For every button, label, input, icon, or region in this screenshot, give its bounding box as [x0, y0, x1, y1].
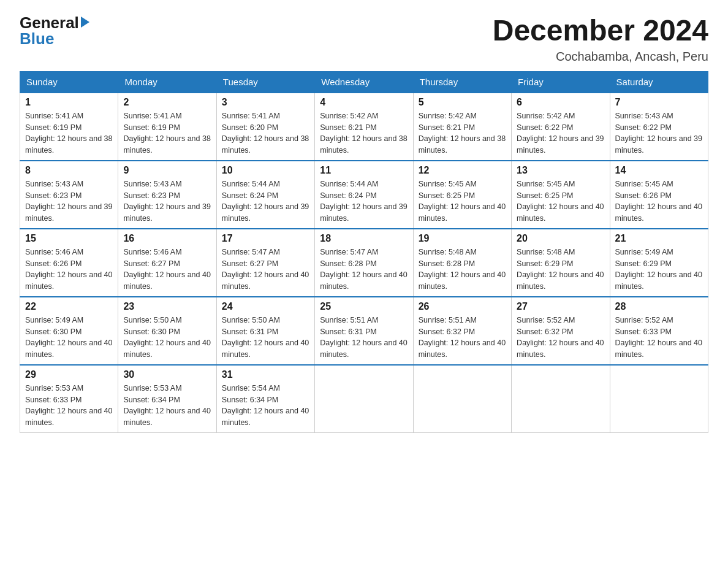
calendar-header-row: SundayMondayTuesdayWednesdayThursdayFrid… — [20, 71, 708, 93]
calendar-cell: 9Sunrise: 5:43 AMSunset: 6:23 PMDaylight… — [118, 161, 216, 229]
week-row-5: 29Sunrise: 5:53 AMSunset: 6:33 PMDayligh… — [20, 365, 708, 433]
logo: General Blue — [20, 15, 89, 47]
day-info: Sunrise: 5:44 AMSunset: 6:24 PMDaylight:… — [222, 178, 309, 224]
day-header-wednesday: Wednesday — [315, 71, 413, 93]
day-number: 27 — [517, 301, 604, 312]
calendar-cell: 4Sunrise: 5:42 AMSunset: 6:21 PMDaylight… — [315, 93, 413, 161]
day-number: 23 — [123, 301, 211, 312]
calendar-cell — [315, 365, 413, 433]
day-number: 17 — [222, 233, 309, 244]
calendar-cell: 28Sunrise: 5:52 AMSunset: 6:33 PMDayligh… — [610, 297, 708, 365]
calendar-cell: 5Sunrise: 5:42 AMSunset: 6:21 PMDaylight… — [413, 93, 511, 161]
day-number: 24 — [222, 301, 309, 312]
day-info: Sunrise: 5:50 AMSunset: 6:30 PMDaylight:… — [123, 315, 211, 361]
calendar-cell: 30Sunrise: 5:53 AMSunset: 6:34 PMDayligh… — [118, 365, 216, 433]
day-info: Sunrise: 5:48 AMSunset: 6:29 PMDaylight:… — [517, 247, 604, 293]
calendar-cell: 20Sunrise: 5:48 AMSunset: 6:29 PMDayligh… — [512, 229, 610, 297]
day-info: Sunrise: 5:44 AMSunset: 6:24 PMDaylight:… — [320, 178, 408, 224]
day-info: Sunrise: 5:51 AMSunset: 6:32 PMDaylight:… — [419, 315, 506, 361]
subtitle: Cochabamba, Ancash, Peru — [493, 50, 708, 64]
day-info: Sunrise: 5:51 AMSunset: 6:31 PMDaylight:… — [320, 315, 408, 361]
calendar-cell: 22Sunrise: 5:49 AMSunset: 6:30 PMDayligh… — [20, 297, 118, 365]
calendar-cell: 26Sunrise: 5:51 AMSunset: 6:32 PMDayligh… — [413, 297, 511, 365]
day-info: Sunrise: 5:45 AMSunset: 6:26 PMDaylight:… — [615, 178, 703, 224]
day-header-friday: Friday — [512, 71, 610, 93]
day-info: Sunrise: 5:46 AMSunset: 6:26 PMDaylight:… — [25, 247, 113, 293]
day-info: Sunrise: 5:43 AMSunset: 6:23 PMDaylight:… — [25, 178, 113, 224]
day-number: 12 — [419, 165, 506, 176]
logo-general-text: General — [20, 15, 89, 31]
day-info: Sunrise: 5:50 AMSunset: 6:31 PMDaylight:… — [222, 315, 309, 361]
day-info: Sunrise: 5:54 AMSunset: 6:34 PMDaylight:… — [222, 383, 309, 429]
day-number: 5 — [419, 97, 506, 108]
day-number: 19 — [419, 233, 506, 244]
week-row-1: 1Sunrise: 5:41 AMSunset: 6:19 PMDaylight… — [20, 93, 708, 161]
day-header-saturday: Saturday — [610, 71, 708, 93]
day-number: 21 — [615, 233, 703, 244]
day-info: Sunrise: 5:41 AMSunset: 6:19 PMDaylight:… — [25, 110, 113, 156]
calendar-cell: 17Sunrise: 5:47 AMSunset: 6:27 PMDayligh… — [216, 229, 314, 297]
calendar-cell: 14Sunrise: 5:45 AMSunset: 6:26 PMDayligh… — [610, 161, 708, 229]
day-info: Sunrise: 5:45 AMSunset: 6:25 PMDaylight:… — [419, 178, 506, 224]
calendar-cell: 18Sunrise: 5:47 AMSunset: 6:28 PMDayligh… — [315, 229, 413, 297]
day-number: 29 — [25, 369, 113, 380]
day-info: Sunrise: 5:42 AMSunset: 6:21 PMDaylight:… — [419, 110, 506, 156]
day-info: Sunrise: 5:52 AMSunset: 6:33 PMDaylight:… — [615, 315, 703, 361]
day-info: Sunrise: 5:42 AMSunset: 6:22 PMDaylight:… — [517, 110, 604, 156]
page-header: General Blue December 2024 Cochabamba, A… — [20, 15, 708, 64]
day-number: 10 — [222, 165, 309, 176]
calendar-cell: 16Sunrise: 5:46 AMSunset: 6:27 PMDayligh… — [118, 229, 216, 297]
logo-blue-text: Blue — [20, 31, 89, 47]
logo-arrow-icon — [81, 17, 89, 28]
calendar-cell: 27Sunrise: 5:52 AMSunset: 6:32 PMDayligh… — [512, 297, 610, 365]
calendar-cell: 2Sunrise: 5:41 AMSunset: 6:19 PMDaylight… — [118, 93, 216, 161]
calendar-cell: 24Sunrise: 5:50 AMSunset: 6:31 PMDayligh… — [216, 297, 314, 365]
day-info: Sunrise: 5:49 AMSunset: 6:29 PMDaylight:… — [615, 247, 703, 293]
day-number: 28 — [615, 301, 703, 312]
calendar-cell — [512, 365, 610, 433]
day-number: 9 — [123, 165, 211, 176]
day-info: Sunrise: 5:43 AMSunset: 6:22 PMDaylight:… — [615, 110, 703, 156]
day-info: Sunrise: 5:45 AMSunset: 6:25 PMDaylight:… — [517, 178, 604, 224]
calendar-cell: 1Sunrise: 5:41 AMSunset: 6:19 PMDaylight… — [20, 93, 118, 161]
day-number: 25 — [320, 301, 408, 312]
day-info: Sunrise: 5:52 AMSunset: 6:32 PMDaylight:… — [517, 315, 604, 361]
day-number: 4 — [320, 97, 408, 108]
day-info: Sunrise: 5:53 AMSunset: 6:33 PMDaylight:… — [25, 383, 113, 429]
week-row-3: 15Sunrise: 5:46 AMSunset: 6:26 PMDayligh… — [20, 229, 708, 297]
day-header-thursday: Thursday — [413, 71, 511, 93]
day-number: 13 — [517, 165, 604, 176]
day-info: Sunrise: 5:43 AMSunset: 6:23 PMDaylight:… — [123, 178, 211, 224]
day-number: 14 — [615, 165, 703, 176]
calendar-cell: 13Sunrise: 5:45 AMSunset: 6:25 PMDayligh… — [512, 161, 610, 229]
calendar-cell: 12Sunrise: 5:45 AMSunset: 6:25 PMDayligh… — [413, 161, 511, 229]
calendar-cell — [413, 365, 511, 433]
day-number: 31 — [222, 369, 309, 380]
calendar-table: SundayMondayTuesdayWednesdayThursdayFrid… — [20, 71, 708, 433]
calendar-cell: 31Sunrise: 5:54 AMSunset: 6:34 PMDayligh… — [216, 365, 314, 433]
calendar-cell: 3Sunrise: 5:41 AMSunset: 6:20 PMDaylight… — [216, 93, 314, 161]
title-area: December 2024 Cochabamba, Ancash, Peru — [493, 15, 708, 64]
day-number: 15 — [25, 233, 113, 244]
day-number: 22 — [25, 301, 113, 312]
day-info: Sunrise: 5:47 AMSunset: 6:28 PMDaylight:… — [320, 247, 408, 293]
calendar-cell: 23Sunrise: 5:50 AMSunset: 6:30 PMDayligh… — [118, 297, 216, 365]
week-row-4: 22Sunrise: 5:49 AMSunset: 6:30 PMDayligh… — [20, 297, 708, 365]
day-number: 20 — [517, 233, 604, 244]
day-header-monday: Monday — [118, 71, 216, 93]
day-number: 18 — [320, 233, 408, 244]
day-header-sunday: Sunday — [20, 71, 118, 93]
day-number: 16 — [123, 233, 211, 244]
calendar-cell: 8Sunrise: 5:43 AMSunset: 6:23 PMDaylight… — [20, 161, 118, 229]
calendar-cell: 10Sunrise: 5:44 AMSunset: 6:24 PMDayligh… — [216, 161, 314, 229]
day-header-tuesday: Tuesday — [216, 71, 314, 93]
calendar-cell: 19Sunrise: 5:48 AMSunset: 6:28 PMDayligh… — [413, 229, 511, 297]
day-info: Sunrise: 5:42 AMSunset: 6:21 PMDaylight:… — [320, 110, 408, 156]
week-row-2: 8Sunrise: 5:43 AMSunset: 6:23 PMDaylight… — [20, 161, 708, 229]
day-info: Sunrise: 5:48 AMSunset: 6:28 PMDaylight:… — [419, 247, 506, 293]
day-number: 1 — [25, 97, 113, 108]
day-number: 6 — [517, 97, 604, 108]
day-number: 2 — [123, 97, 211, 108]
calendar-cell: 6Sunrise: 5:42 AMSunset: 6:22 PMDaylight… — [512, 93, 610, 161]
calendar-cell — [610, 365, 708, 433]
